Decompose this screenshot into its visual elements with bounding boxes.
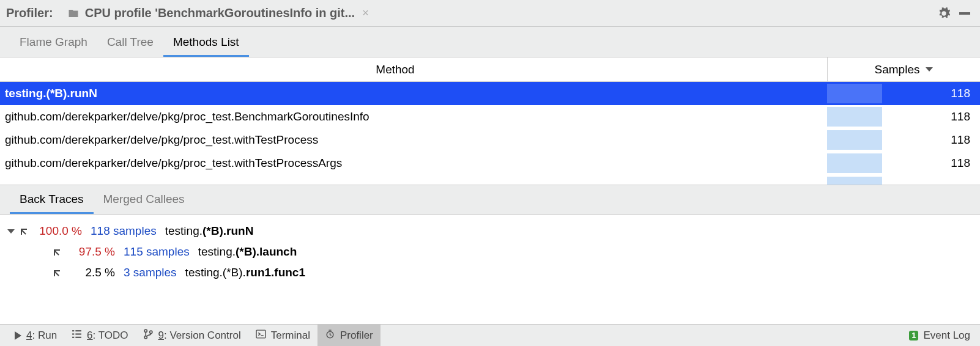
- svg-point-6: [144, 329, 147, 332]
- tree-samples: 118 samples: [91, 224, 157, 238]
- event-log[interactable]: 1 Event Log: [902, 325, 973, 346]
- tree-method: testing.(*B).launch: [198, 245, 297, 259]
- profile-title: CPU profile 'BenchmarkGoroutinesInfo in …: [85, 6, 355, 20]
- tree-pct: 100.0 %: [34, 224, 82, 238]
- tree-pct: 97.5 %: [67, 245, 115, 259]
- svg-point-8: [149, 331, 152, 333]
- samples-header-label: Samples: [875, 63, 920, 76]
- profiler-label: Profiler:: [6, 6, 53, 20]
- method-cell: github.com/derekparker/delve/pkg/proc_te…: [0, 156, 827, 170]
- caller-arrow-icon: [18, 226, 28, 236]
- samples-cell: 118: [882, 156, 980, 170]
- tree-node[interactable]: 97.5 % 115 samples testing.(*B).launch: [7, 241, 973, 262]
- tree-samples: 115 samples: [124, 245, 190, 259]
- svg-rect-3: [75, 333, 81, 334]
- method-cell: testing.(*B).runN: [0, 87, 827, 100]
- tab-merged-callees[interactable]: Merged Callees: [94, 184, 195, 214]
- table-row[interactable]: github.com/derekparker/delve/pkg/proc_te…: [0, 105, 980, 128]
- view-tabs: Flame Graph Call Tree Methods List: [0, 27, 980, 57]
- table-row[interactable]: testing.(*B).runN 118: [0, 82, 980, 105]
- tool-window-todo[interactable]: 6: TODO: [64, 325, 135, 346]
- gear-icon[interactable]: [937, 7, 951, 20]
- caller-arrow-icon: [51, 268, 61, 278]
- svg-rect-0: [72, 330, 74, 331]
- expand-arrow-icon[interactable]: [7, 229, 15, 234]
- table-row[interactable]: github.com/derekparker/delve/pkg/proc_te…: [0, 128, 980, 152]
- svg-rect-2: [72, 333, 74, 334]
- tree-method: testing.(*B).run1.func1: [185, 266, 305, 279]
- column-header-method[interactable]: Method: [0, 63, 827, 76]
- profiler-header: Profiler: CPU profile 'BenchmarkGoroutin…: [0, 0, 980, 27]
- method-cell: github.com/derekparker/delve/pkg/proc_te…: [0, 133, 827, 147]
- samples-cell: 118: [882, 133, 980, 147]
- tree-pct: 2.5 %: [67, 266, 115, 279]
- samples-bar: [827, 128, 882, 152]
- samples-cell: 118: [882, 87, 980, 100]
- svg-point-7: [144, 336, 147, 338]
- event-count-badge: 1: [909, 331, 918, 340]
- svg-rect-1: [75, 330, 81, 331]
- clock-icon: [325, 329, 335, 342]
- tree-node[interactable]: 2.5 % 3 samples testing.(*B).run1.func1: [7, 262, 973, 283]
- sort-desc-icon: [926, 67, 933, 72]
- tab-flame-graph[interactable]: Flame Graph: [10, 27, 97, 57]
- table-row[interactable]: github.com/derekparker/delve/pkg/proc_te…: [0, 152, 980, 175]
- minimize-icon[interactable]: [959, 12, 970, 15]
- back-traces-tree: 100.0 % 118 samples testing.(*B).runN 97…: [0, 215, 980, 324]
- column-header-samples[interactable]: Samples: [827, 57, 980, 81]
- branch-icon: [143, 329, 154, 342]
- detail-panel: Back Traces Merged Callees 100.0 % 118 s…: [0, 185, 980, 324]
- samples-bar: [827, 152, 882, 175]
- samples-bar: [827, 105, 882, 128]
- todo-list-icon: [72, 329, 82, 342]
- tree-method: testing.(*B).runN: [165, 224, 254, 238]
- tab-methods-list[interactable]: Methods List: [163, 27, 249, 57]
- tab-call-tree[interactable]: Call Tree: [97, 27, 163, 57]
- svg-rect-4: [72, 336, 74, 337]
- tool-window-profiler[interactable]: Profiler: [317, 325, 380, 346]
- terminal-icon: [256, 329, 266, 342]
- tool-window-version-control[interactable]: 9: Version Control: [136, 325, 248, 346]
- close-tab-icon[interactable]: ×: [362, 7, 369, 20]
- play-icon: [15, 331, 21, 340]
- table-row-partial: [0, 175, 980, 185]
- samples-cell: 118: [882, 110, 980, 123]
- samples-bar: [827, 82, 882, 105]
- tree-samples: 3 samples: [124, 266, 177, 279]
- event-log-label: Event Log: [923, 329, 970, 342]
- detail-tabs: Back Traces Merged Callees: [0, 185, 980, 215]
- svg-rect-5: [75, 336, 81, 337]
- folder-icon: [67, 8, 80, 19]
- tab-back-traces[interactable]: Back Traces: [10, 184, 94, 214]
- tool-window-terminal[interactable]: Terminal: [248, 325, 317, 346]
- methods-table-body: testing.(*B).runN 118 github.com/derekpa…: [0, 82, 980, 185]
- table-header: Method Samples: [0, 57, 980, 82]
- method-cell: github.com/derekparker/delve/pkg/proc_te…: [0, 110, 827, 123]
- tree-node[interactable]: 100.0 % 118 samples testing.(*B).runN: [7, 221, 973, 241]
- tool-window-run[interactable]: 4: Run: [7, 325, 64, 346]
- caller-arrow-icon: [51, 247, 61, 257]
- status-bar: 4: Run 6: TODO 9: Version Control Termin…: [0, 324, 980, 346]
